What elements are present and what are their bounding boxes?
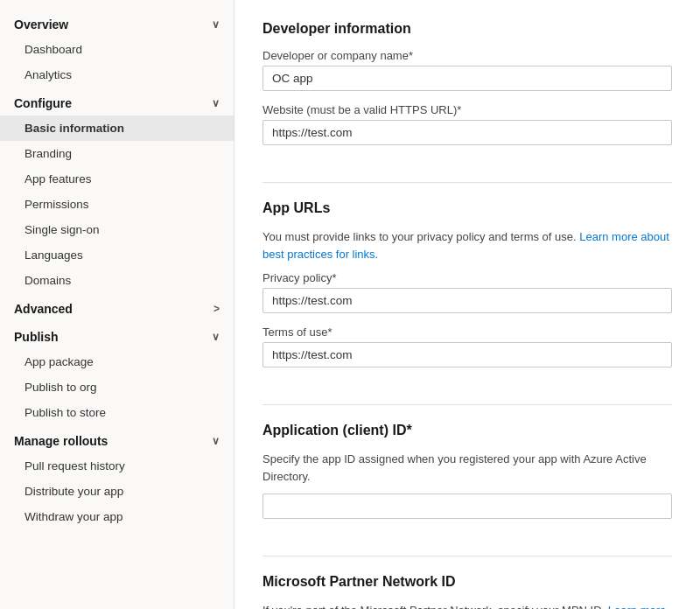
sidebar-item-branding[interactable]: Branding (0, 141, 234, 166)
chevron-down-icon: ∨ (212, 435, 220, 447)
mpn-description: If you're part of the Microsoft Partner … (262, 602, 672, 609)
app-urls-section: App URLs You must provide links to your … (262, 200, 672, 380)
privacy-policy-label: Privacy policy* (262, 271, 672, 284)
company-name-label: Developer or company name* (262, 49, 672, 62)
chevron-right-icon: > (214, 303, 220, 315)
chevron-down-icon: ∨ (212, 97, 220, 109)
sidebar-item-app-package[interactable]: App package (0, 349, 234, 374)
app-id-description: Specify the app ID assigned when you reg… (262, 451, 672, 485)
sidebar-section-advanced-label: Advanced (14, 302, 73, 316)
sidebar-item-basic-information[interactable]: Basic information (0, 116, 234, 141)
developer-information-section: Developer information Developer or compa… (262, 21, 672, 158)
sidebar-item-app-features[interactable]: App features (0, 166, 234, 192)
sidebar-item-dashboard[interactable]: Dashboard (0, 37, 234, 62)
divider-2 (262, 404, 672, 405)
app-id-section: Application (client) ID* Specify the app… (262, 423, 672, 531)
chevron-down-icon: ∨ (212, 331, 220, 343)
app-urls-title: App URLs (262, 200, 672, 216)
sidebar-section-overview[interactable]: Overview ∨ (0, 9, 234, 37)
sidebar-item-withdraw-your-app[interactable]: Withdraw your app (0, 504, 234, 529)
app-id-input[interactable] (262, 494, 672, 519)
mpn-title: Microsoft Partner Network ID (262, 574, 672, 590)
sidebar-item-languages[interactable]: Languages (0, 242, 234, 268)
developer-information-title: Developer information (262, 21, 672, 37)
divider-1 (262, 182, 672, 183)
privacy-policy-input[interactable] (262, 288, 672, 313)
sidebar-section-configure-label: Configure (14, 96, 72, 110)
sidebar-section-overview-label: Overview (14, 18, 68, 32)
app-urls-description: You must provide links to your privacy p… (262, 228, 672, 262)
sidebar-item-permissions[interactable]: Permissions (0, 192, 234, 217)
app-urls-description-prefix: You must provide links to your privacy p… (262, 230, 579, 243)
sidebar-section-manage-rollouts[interactable]: Manage rollouts ∨ (0, 425, 234, 453)
sidebar-item-distribute-your-app[interactable]: Distribute your app (0, 479, 234, 504)
sidebar-item-domains[interactable]: Domains (0, 268, 234, 293)
sidebar-item-single-sign-on[interactable]: Single sign-on (0, 217, 234, 242)
mpn-description-prefix: If you're part of the Microsoft Partner … (262, 604, 608, 609)
sidebar-section-manage-rollouts-label: Manage rollouts (14, 434, 108, 448)
mpn-section: Microsoft Partner Network ID If you're p… (262, 574, 672, 609)
sidebar: Overview ∨ Dashboard Analytics Configure… (0, 0, 234, 609)
sidebar-item-pull-request-history[interactable]: Pull request history (0, 453, 234, 479)
sidebar-section-configure[interactable]: Configure ∨ (0, 88, 234, 116)
website-input[interactable] (262, 120, 672, 145)
sidebar-item-publish-to-org[interactable]: Publish to org (0, 374, 234, 400)
terms-of-use-input[interactable] (262, 342, 672, 368)
app-id-title: Application (client) ID* (262, 423, 672, 438)
terms-of-use-label: Terms of use* (262, 326, 672, 339)
sidebar-item-analytics[interactable]: Analytics (0, 62, 234, 88)
chevron-down-icon: ∨ (212, 18, 220, 31)
main-content: Developer information Developer or compa… (234, 0, 700, 609)
sidebar-section-publish[interactable]: Publish ∨ (0, 321, 234, 349)
sidebar-item-publish-to-store[interactable]: Publish to store (0, 400, 234, 425)
divider-3 (262, 556, 672, 556)
sidebar-section-publish-label: Publish (14, 330, 59, 344)
website-label: Website (must be a valid HTTPS URL)* (262, 103, 672, 116)
company-name-input[interactable] (262, 66, 672, 91)
sidebar-section-advanced[interactable]: Advanced > (0, 293, 234, 321)
